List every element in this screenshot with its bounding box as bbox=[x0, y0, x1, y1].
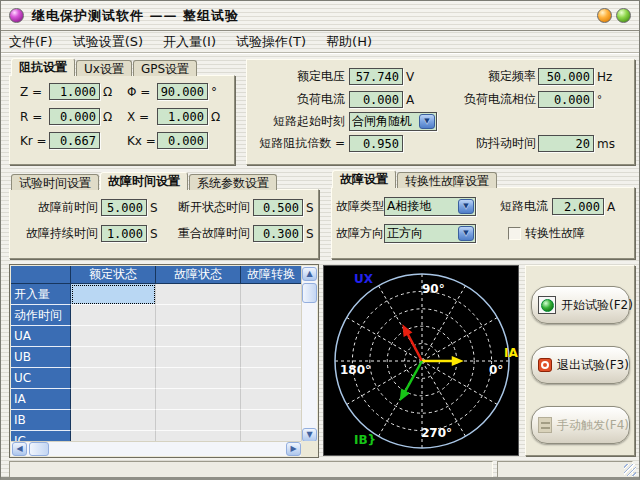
scroll-left-icon[interactable]: ◀ bbox=[12, 442, 27, 456]
chevron-down-icon[interactable]: ▼ bbox=[419, 114, 435, 129]
row-header: IA bbox=[11, 389, 71, 410]
window-title: 继电保护测试软件 —— 整组试验 bbox=[32, 7, 597, 25]
tab-gps-settings[interactable]: GPS设置 bbox=[133, 60, 197, 76]
horizontal-scrollbar[interactable]: ◀ ▶ bbox=[11, 441, 302, 456]
table-cell[interactable] bbox=[156, 305, 241, 326]
table-cell[interactable] bbox=[71, 389, 156, 410]
x-field[interactable]: 1.000 bbox=[157, 108, 208, 125]
sc-start-label: 短路起始时刻 bbox=[251, 113, 345, 130]
table-cell[interactable] bbox=[241, 368, 302, 389]
row-header: IB bbox=[11, 410, 71, 431]
table-cell[interactable] bbox=[241, 410, 302, 431]
sc-start-combo[interactable]: 合闸角随机 ▼ bbox=[349, 112, 437, 131]
table-cell[interactable] bbox=[156, 347, 241, 368]
table-cell[interactable] bbox=[156, 410, 241, 431]
menu-file[interactable]: 文件(F) bbox=[9, 33, 53, 51]
table-cell[interactable] bbox=[71, 284, 156, 305]
load-current-field[interactable]: 0.000 bbox=[349, 91, 403, 108]
row-header: 动作时间 bbox=[11, 305, 71, 326]
tab-fault-time[interactable]: 故障时间设置 bbox=[100, 172, 188, 190]
tab-system-params[interactable]: 系统参数设置 bbox=[189, 174, 277, 190]
fault-type-combo[interactable]: A相接地 ▼ bbox=[384, 197, 476, 216]
table-cell[interactable] bbox=[71, 326, 156, 347]
open-state-time-label: 断开状态时间 bbox=[168, 199, 250, 216]
start-test-button[interactable]: 开始试验(F2) bbox=[531, 286, 630, 324]
vertical-scrollbar[interactable]: ▲ ▼ bbox=[301, 266, 317, 443]
debounce-field[interactable]: 20 bbox=[538, 135, 594, 152]
table-cell[interactable] bbox=[241, 305, 302, 326]
fault-duration-field[interactable]: 1.000 bbox=[101, 225, 147, 242]
sc-current-field[interactable]: 2.000 bbox=[552, 198, 604, 215]
impedance-panel: Z = 1.000 Ω Φ = 90.000 ° R = 0.000 Ω X =… bbox=[9, 75, 235, 165]
table-cell[interactable] bbox=[71, 347, 156, 368]
sc-current-label: 短路电流 bbox=[476, 198, 548, 215]
table-cell[interactable] bbox=[156, 368, 241, 389]
vscroll-thumb[interactable] bbox=[302, 283, 317, 303]
system-menu-icon[interactable] bbox=[9, 8, 24, 23]
exit-test-button[interactable]: 退出试验(F3) bbox=[531, 346, 630, 384]
tab-test-time[interactable]: 试验时间设置 bbox=[11, 174, 99, 190]
table-cell[interactable] bbox=[71, 410, 156, 431]
tab-ux-settings[interactable]: Ux设置 bbox=[76, 60, 132, 76]
scroll-right-icon[interactable]: ▶ bbox=[286, 442, 301, 456]
load-phase-field[interactable]: 0.000 bbox=[538, 91, 594, 108]
x-unit: Ω bbox=[211, 110, 220, 124]
kx-field[interactable]: 0.000 bbox=[157, 132, 208, 149]
start-test-icon bbox=[538, 296, 556, 314]
table-cell[interactable] bbox=[241, 326, 302, 347]
r-field[interactable]: 0.000 bbox=[49, 108, 100, 125]
rated-freq-field[interactable]: 50.000 bbox=[538, 68, 594, 85]
phi-field[interactable]: 90.000 bbox=[157, 83, 208, 100]
table-cell[interactable] bbox=[241, 389, 302, 410]
table-row: UA bbox=[11, 326, 302, 347]
rated-freq-unit: Hz bbox=[597, 70, 612, 84]
table-row: UC bbox=[11, 368, 302, 389]
scroll-down-icon[interactable]: ▼ bbox=[302, 428, 317, 442]
rated-voltage-field[interactable]: 57.740 bbox=[349, 68, 403, 85]
table-cell[interactable] bbox=[156, 326, 241, 347]
tab-fault-settings[interactable]: 故障设置 bbox=[332, 170, 396, 188]
kr-field[interactable]: 0.667 bbox=[49, 132, 100, 149]
ib-phasor-label: IB} bbox=[354, 433, 376, 447]
impedance-tabstrip: 阻抗设置 Ux设置 GPS设置 bbox=[11, 58, 198, 76]
sc-factor-field[interactable]: 0.950 bbox=[349, 135, 403, 152]
tab-convert-fault-settings[interactable]: 转换性故障设置 bbox=[397, 172, 497, 188]
menu-help[interactable]: 帮助(H) bbox=[326, 33, 372, 51]
column-header: 故障状态 bbox=[156, 266, 241, 284]
corner-header-cell bbox=[11, 266, 71, 284]
table-row: 动作时间 bbox=[11, 305, 302, 326]
open-state-time-field[interactable]: 0.500 bbox=[253, 199, 303, 216]
minimize-button[interactable] bbox=[597, 8, 612, 23]
deg0-label: 0° bbox=[489, 363, 503, 377]
convert-fault-label: 转换性故障 bbox=[525, 225, 585, 242]
menu-input-quantity[interactable]: 开入量(I) bbox=[163, 33, 216, 51]
column-header: 额定状态 bbox=[71, 266, 156, 284]
menu-test-operation[interactable]: 试验操作(T) bbox=[236, 33, 306, 51]
close-button[interactable] bbox=[616, 8, 631, 23]
manual-trigger-button[interactable]: 手动触发(F4) bbox=[531, 406, 630, 444]
tab-impedance-settings[interactable]: 阻抗设置 bbox=[11, 58, 75, 76]
prefault-time-field[interactable]: 5.000 bbox=[101, 199, 147, 216]
fault-direction-combo[interactable]: 正方向 ▼ bbox=[384, 224, 476, 243]
scroll-up-icon[interactable]: ▲ bbox=[302, 267, 317, 281]
resize-grip-icon[interactable] bbox=[624, 464, 636, 476]
deg90-label: 90° bbox=[422, 282, 445, 296]
start-test-label: 开始试验(F2) bbox=[561, 297, 633, 314]
x-label: X = bbox=[127, 110, 157, 124]
convert-fault-checkbox[interactable] bbox=[508, 227, 521, 240]
table-cell[interactable] bbox=[241, 284, 302, 305]
table-cell[interactable] bbox=[156, 284, 241, 305]
reclose-fault-time-field[interactable]: 0.300 bbox=[253, 225, 303, 242]
table-cell[interactable] bbox=[71, 368, 156, 389]
menu-test-settings[interactable]: 试验设置(S) bbox=[73, 33, 143, 51]
chevron-down-icon[interactable]: ▼ bbox=[458, 199, 474, 214]
z-field[interactable]: 1.000 bbox=[49, 83, 100, 100]
fault-type-value: A相接地 bbox=[385, 198, 457, 215]
debounce-label: 防抖动时间 bbox=[440, 135, 536, 152]
r-label: R = bbox=[20, 110, 49, 124]
table-cell[interactable] bbox=[241, 347, 302, 368]
table-cell[interactable] bbox=[71, 305, 156, 326]
chevron-down-icon[interactable]: ▼ bbox=[458, 226, 474, 241]
hscroll-thumb[interactable] bbox=[29, 442, 49, 456]
table-cell[interactable] bbox=[156, 389, 241, 410]
